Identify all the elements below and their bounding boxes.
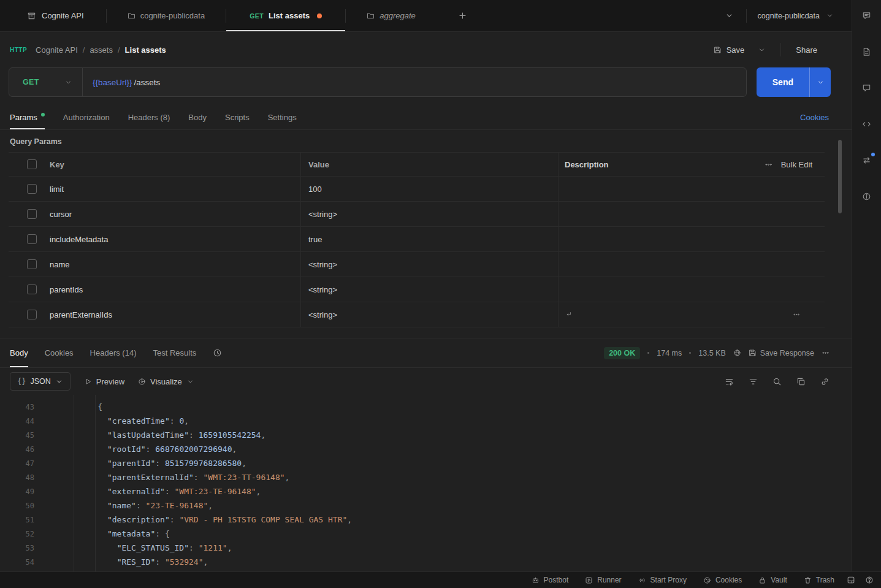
param-description[interactable]	[558, 177, 825, 201]
param-value[interactable]: <string>	[300, 302, 558, 327]
chat-button[interactable]	[858, 6, 876, 25]
url-input[interactable]: {{baseUrl}}/assets	[83, 78, 746, 87]
documentation-button[interactable]	[858, 42, 876, 61]
chevron-down-icon	[186, 378, 194, 386]
response-tab-test-results[interactable]: Test Results	[153, 338, 196, 367]
response-tab-cookies[interactable]: Cookies	[45, 338, 74, 367]
param-value[interactable]: <string>	[300, 277, 558, 302]
save-button[interactable]: Save	[709, 42, 750, 58]
param-row-checkbox[interactable]	[27, 209, 37, 219]
save-options-button[interactable]	[753, 42, 771, 58]
select-all-checkbox[interactable]	[27, 159, 37, 169]
network-globe-icon[interactable]	[733, 349, 741, 357]
breadcrumb-folder[interactable]: assets	[90, 45, 113, 55]
code-line: 44 "createdTime": 0,	[0, 414, 852, 428]
tab-authorization[interactable]: Authorization	[63, 105, 110, 129]
param-description[interactable]	[558, 302, 825, 327]
wrap-text-icon[interactable]	[725, 377, 734, 386]
breadcrumb-collection[interactable]: Cognite API	[36, 45, 78, 55]
send-options-button[interactable]	[810, 78, 831, 86]
response-history-button[interactable]	[213, 348, 222, 357]
param-value[interactable]: true	[300, 227, 558, 251]
tab-list-assets[interactable]: GET List assets	[226, 0, 345, 31]
cookies-link[interactable]: Cookies	[800, 113, 829, 122]
scrollbar-thumb[interactable]	[838, 140, 842, 213]
response-size[interactable]: 13.5 KB	[698, 349, 725, 357]
response-tab-body[interactable]: Body	[10, 338, 28, 367]
tab-headers[interactable]: Headers (8)	[128, 105, 170, 129]
preview-button[interactable]: Preview	[84, 377, 124, 386]
response-tab-headers[interactable]: Headers (14)	[90, 338, 137, 367]
comments-button[interactable]	[858, 78, 876, 97]
param-description[interactable]	[558, 252, 825, 277]
code-text: {	[78, 402, 102, 411]
trash-button[interactable]: Trash	[804, 576, 834, 584]
param-description[interactable]	[558, 202, 825, 226]
cookies-button[interactable]: Cookies	[703, 576, 742, 584]
history-clock-icon	[213, 348, 222, 357]
param-key[interactable]: includeMetadata	[42, 227, 300, 251]
param-key[interactable]: limit	[42, 177, 300, 201]
send-button[interactable]: Send	[757, 67, 831, 97]
help-icon[interactable]	[865, 576, 874, 584]
param-key[interactable]: name	[42, 252, 300, 277]
more-options-icon[interactable]	[765, 161, 772, 169]
response-body-viewer[interactable]: 43 {44 "createdTime": 0,45 "lastUpdatedT…	[0, 395, 852, 571]
param-value[interactable]: <string>	[300, 252, 558, 277]
code-text: "lastUpdatedTime": 1659105542254,	[78, 430, 265, 440]
tab-aggregate[interactable]: aggregate	[346, 0, 437, 31]
line-number: 54	[0, 558, 34, 567]
param-key[interactable]: parentExternalIds	[42, 302, 300, 327]
vault-button[interactable]: Vault	[758, 576, 787, 584]
visualize-button[interactable]: Visualize	[138, 377, 194, 386]
start-proxy-button[interactable]: Start Proxy	[638, 576, 687, 584]
param-row-checkbox[interactable]	[27, 310, 37, 319]
param-description[interactable]	[558, 277, 825, 302]
share-button[interactable]: Share	[791, 42, 822, 58]
param-description[interactable]	[558, 227, 825, 251]
filter-icon[interactable]	[749, 377, 758, 386]
panel-toggle-icon[interactable]	[847, 576, 855, 584]
response-time[interactable]: 174 ms	[657, 349, 682, 357]
environment-selector[interactable]: cognite-publicdata	[747, 12, 852, 20]
tab-body[interactable]: Body	[188, 105, 207, 129]
code-text: "externalId": "WMT:23-TE-96148",	[78, 487, 261, 496]
workspace-name: Cognite API	[42, 11, 84, 20]
new-tab-button[interactable]	[454, 7, 472, 25]
code-lines: 43 {44 "createdTime": 0,45 "lastUpdatedT…	[0, 400, 852, 569]
link-icon[interactable]	[820, 377, 830, 386]
method-selector[interactable]: GET	[9, 68, 83, 96]
search-icon[interactable]	[772, 377, 782, 386]
runner-button[interactable]: Runner	[585, 576, 621, 584]
request-info-button[interactable]	[858, 187, 876, 205]
response-more-icon[interactable]	[822, 349, 830, 357]
param-value[interactable]: 100	[300, 177, 558, 201]
tab-params[interactable]: Params	[10, 105, 45, 129]
related-requests-button[interactable]	[858, 151, 876, 169]
copy-icon[interactable]	[796, 377, 806, 386]
save-response-button[interactable]: Save Response	[749, 349, 814, 357]
tab-overflow-button[interactable]	[720, 7, 739, 25]
code-text: "parentExternalId": "WMT:23-TT-96148",	[78, 473, 289, 482]
row-more-icon[interactable]	[793, 311, 800, 318]
code-text: "rootId": 6687602007296940,	[78, 445, 237, 454]
param-row-checkbox[interactable]	[27, 184, 37, 194]
param-row-checkbox[interactable]	[27, 234, 37, 244]
tab-cognite-publicdata[interactable]: cognite-publicdata	[107, 0, 226, 31]
param-key[interactable]: parentIds	[42, 277, 300, 302]
chevron-down-icon	[64, 78, 72, 86]
tab-scripts[interactable]: Scripts	[225, 105, 250, 129]
param-value[interactable]: <string>	[300, 202, 558, 226]
code-snippet-button[interactable]	[858, 115, 876, 133]
tab-settings[interactable]: Settings	[268, 105, 297, 129]
table-header-actions: Bulk Edit	[765, 160, 825, 169]
param-key[interactable]: cursor	[42, 202, 300, 226]
status-code-badge[interactable]: 200 OK	[604, 347, 640, 359]
param-row-checkbox[interactable]	[27, 259, 37, 269]
workspace-switcher[interactable]: Cognite API	[27, 11, 84, 20]
response-format-selector[interactable]: {} JSON	[10, 372, 71, 391]
postbot-button[interactable]: Postbot	[532, 576, 569, 584]
bulk-edit-link[interactable]: Bulk Edit	[781, 160, 812, 169]
line-number: 52	[0, 530, 34, 538]
param-row-checkbox[interactable]	[27, 284, 37, 294]
